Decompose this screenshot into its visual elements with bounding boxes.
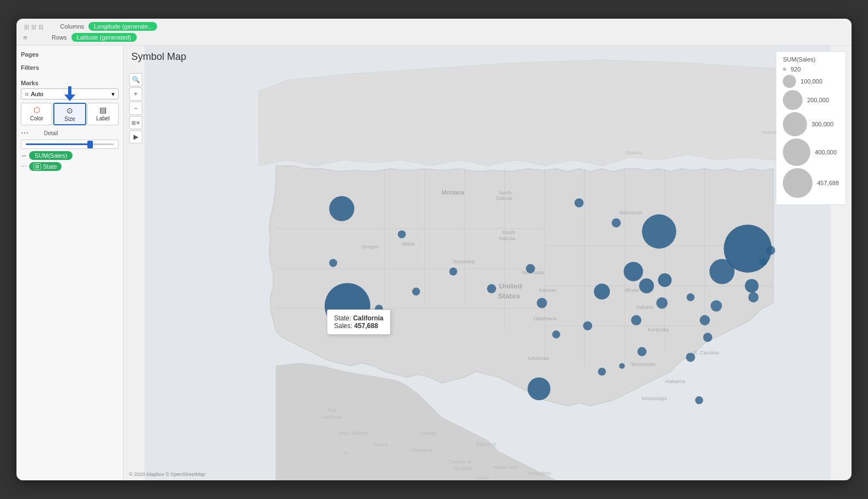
bubble-arkansas[interactable] xyxy=(583,321,592,331)
svg-text:Indiana: Indiana xyxy=(636,304,654,310)
rows-label: Rows xyxy=(34,34,67,41)
svg-text:South: South xyxy=(502,230,515,235)
map-tools: 🔍 + − ⊞✕ ▶ xyxy=(129,73,142,143)
size-btn-label: Size xyxy=(64,116,75,122)
color-dots-icon: ⬡ xyxy=(34,106,40,114)
bubble-mississippi[interactable] xyxy=(619,363,625,369)
legend-items: 920 100,000 200,000 300,000 400,000 457,… xyxy=(783,66,839,198)
bubble-louisiana[interactable] xyxy=(598,368,606,376)
pages-section: Pages xyxy=(21,51,119,60)
bubble-virginia[interactable] xyxy=(710,300,722,312)
bubble-indiana[interactable] xyxy=(639,279,654,293)
svg-text:Zaragoza: Zaragoza xyxy=(453,465,472,471)
svg-text:Sonora: Sonora xyxy=(373,442,388,447)
color-btn-label: Color xyxy=(30,115,43,121)
state-icon: ⊞ xyxy=(34,163,41,170)
svg-text:Nuevo Leon: Nuevo Leon xyxy=(493,464,518,470)
bubble-oregon[interactable] xyxy=(329,196,354,221)
label-button[interactable]: ▤ Label xyxy=(87,103,119,125)
svg-text:Idaho: Idaho xyxy=(402,241,414,247)
state-pill[interactable]: ⊞ State xyxy=(29,162,62,171)
state-dots-icon: ⋯ xyxy=(21,163,27,170)
legend-item: 920 xyxy=(783,66,839,73)
columns-pill[interactable]: Longitude (generate.. xyxy=(88,22,157,31)
color-button[interactable]: ⬡ Color xyxy=(21,103,52,125)
bubble-georgia[interactable] xyxy=(686,353,695,362)
legend-item: 457,688 xyxy=(783,168,839,198)
bubble-utah[interactable] xyxy=(412,287,420,296)
svg-text:Wyoming: Wyoming xyxy=(453,259,475,264)
bubble-montana[interactable] xyxy=(398,230,406,239)
svg-text:Arkansas: Arkansas xyxy=(527,356,549,361)
bubble-tennessee[interactable] xyxy=(631,315,642,325)
bubble-de-md[interactable] xyxy=(748,292,759,303)
bubble-nj[interactable] xyxy=(745,279,759,293)
bubble-texas[interactable] xyxy=(527,378,550,401)
svg-text:Coahuila de: Coahuila de xyxy=(448,459,472,464)
bubble-sc[interactable] xyxy=(703,332,713,342)
bubble-california[interactable] xyxy=(325,283,370,329)
rows-pill[interactable]: Latitude (generated) xyxy=(71,33,137,42)
marks-dropdown-value: Auto xyxy=(31,91,43,97)
content-area: Symbol Map xyxy=(124,46,852,480)
svg-text:Maine: Maine xyxy=(762,130,776,135)
svg-text:Illinois: Illinois xyxy=(625,287,639,293)
size-icon: ⊙ xyxy=(66,106,73,115)
bubble-wyoming[interactable] xyxy=(449,268,458,276)
detail-row: ⋯ Detail xyxy=(21,129,119,137)
size-button[interactable]: ⊙ Size xyxy=(53,103,86,125)
map-container[interactable]: Symbol Map xyxy=(124,46,852,480)
bubble-nevada[interactable] xyxy=(329,259,337,267)
label-icon: ▤ xyxy=(99,106,107,114)
bubble-arizona[interactable] xyxy=(375,304,383,313)
map-credit: © 2020 Mapbox © OpenStreetMap xyxy=(129,472,205,477)
bubble-illinois[interactable] xyxy=(624,262,643,281)
filters-title: Filters xyxy=(21,64,119,71)
bubble-minnesota[interactable] xyxy=(575,198,584,208)
bubble-alabama[interactable] xyxy=(637,347,647,356)
bubble-florida[interactable] xyxy=(695,396,703,404)
bubble-wv[interactable] xyxy=(687,293,695,302)
filters-section: Filters xyxy=(21,64,119,73)
legend-title: SUM(Sales) xyxy=(783,56,839,63)
svg-text:Montana: Montana xyxy=(442,190,464,196)
bubble-michigan[interactable] xyxy=(642,214,676,248)
chevron-down-icon: ▾ xyxy=(112,91,115,98)
svg-text:Nayarit: Nayarit xyxy=(476,475,489,480)
zoom-out-btn[interactable]: − xyxy=(129,102,142,115)
sum-sales-pill[interactable]: SUM(Sales) xyxy=(29,151,73,160)
search-tool-btn[interactable]: 🔍 xyxy=(129,73,142,86)
svg-text:Alabama: Alabama xyxy=(665,379,686,384)
bubble-ma[interactable] xyxy=(766,246,775,255)
bubble-ct[interactable] xyxy=(759,258,767,266)
state-row: ⋯ ⊞ State xyxy=(21,162,119,171)
legend-item: 300,000 xyxy=(783,112,839,136)
main-area: Pages Filters Marks ○ Auto ▾ xyxy=(16,46,852,480)
bubble-oklahoma[interactable] xyxy=(552,330,560,339)
bubble-colorado[interactable] xyxy=(487,284,496,293)
svg-text:North: North xyxy=(499,190,511,196)
svg-text:Kansas: Kansas xyxy=(539,287,557,293)
legend-item: 100,000 xyxy=(783,75,839,88)
zoom-in-btn[interactable]: + xyxy=(129,87,142,101)
svg-text:United: United xyxy=(499,282,522,290)
select-tool-btn[interactable]: ⊞✕ xyxy=(129,116,142,129)
svg-text:Baja: Baja xyxy=(327,407,337,413)
bubble-nc[interactable] xyxy=(700,315,710,325)
marks-section: Marks ○ Auto ▾ ⬡ Color xyxy=(21,80,119,171)
bubble-missouri[interactable] xyxy=(594,284,610,300)
detail-dots-icon: ⋯ xyxy=(21,129,41,137)
bubble-wisconsin[interactable] xyxy=(611,218,621,228)
pan-tool-btn[interactable]: ▶ xyxy=(129,130,142,143)
bubble-nebraska[interactable] xyxy=(526,264,535,274)
bubble-kentucky[interactable] xyxy=(656,297,668,309)
map-title: Symbol Map xyxy=(124,46,194,68)
svg-text:California: California xyxy=(322,414,341,420)
svg-text:Baja California: Baja California xyxy=(339,430,369,436)
bubble-ohio[interactable] xyxy=(658,273,672,287)
rows-shelf: ≡ Rows Latitude (generated) xyxy=(23,33,845,42)
size-slider-track[interactable] xyxy=(26,143,114,145)
slider-thumb[interactable] xyxy=(87,141,93,148)
bubble-kansas[interactable] xyxy=(537,298,547,308)
svg-text:Chihuahua: Chihuahua xyxy=(410,447,433,453)
